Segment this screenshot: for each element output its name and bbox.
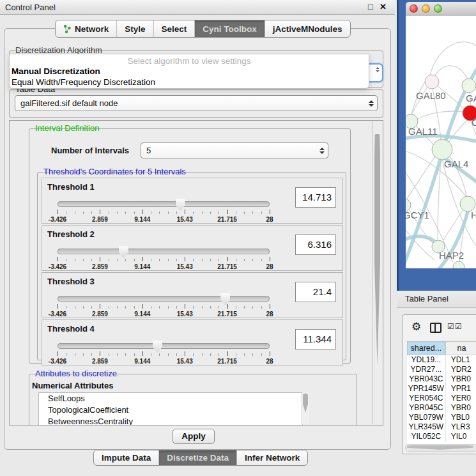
network-node[interactable] — [425, 75, 439, 89]
tick-label: 2.859 — [92, 358, 108, 365]
float-window-icon[interactable]: □ — [368, 2, 373, 12]
network-node-label: HAP2 — [439, 250, 464, 261]
application: Control Panel □ ✕ Network Style Select C… — [0, 0, 476, 476]
minimize-traffic-light[interactable] — [422, 4, 430, 13]
network-node[interactable] — [453, 261, 464, 268]
table-row[interactable]: YBR043CYBR0 — [407, 374, 476, 384]
numerical-attributes-list[interactable]: SelfLoopsTopologicalCoefficientBetweenne… — [38, 392, 303, 426]
threshold-value-field[interactable]: 6.316 — [295, 234, 336, 255]
cell-shared-name[interactable]: YBL079W — [407, 413, 446, 422]
dropdown-option-manual[interactable]: Manual Discretization — [12, 66, 100, 76]
number-of-intervals-combo[interactable]: 5 — [141, 142, 328, 158]
cell-name[interactable]: YDL1 — [446, 355, 476, 365]
tab-impute-data[interactable]: Impute Data — [94, 450, 159, 465]
table-row[interactable]: YPR145WYPR1 — [407, 384, 476, 394]
threshold-slider[interactable]: -3.4262.8599.14415.4321.71528 — [58, 199, 270, 220]
tab-cyni-toolbox[interactable]: Cyni Toolbox — [195, 20, 265, 37]
checkbox-icon[interactable]: ☑ — [455, 322, 462, 331]
threshold-panel: Threshold 1-3.4262.8599.14415.4321.71528… — [42, 178, 343, 224]
tick-label: 21.715 — [217, 216, 237, 223]
cell-name[interactable]: YBR0 — [446, 374, 476, 384]
network-window-titlebar[interactable] — [406, 2, 476, 17]
cell-shared-name[interactable]: YPR145W — [407, 384, 446, 394]
threshold-value-field[interactable]: 21.4 — [295, 282, 336, 302]
cell-name[interactable]: YBR0 — [446, 403, 476, 413]
attribute-item[interactable]: TopologicalCoefficient — [39, 404, 302, 416]
tab-style[interactable]: Style — [117, 20, 153, 37]
table-row[interactable]: YBL079WYBL0 — [407, 413, 476, 422]
table-toolbar: ⚙ ☑ ☑ — [403, 315, 476, 339]
cell-name[interactable]: YER0 — [446, 394, 476, 403]
network-edge[interactable] — [406, 227, 434, 260]
table-row[interactable]: YDR27...YDR2 — [407, 365, 476, 374]
attributes-list-scrollbar[interactable] — [302, 392, 309, 424]
tab-style-label: Style — [125, 24, 145, 34]
attribute-item[interactable]: BetweennessCentrality — [39, 416, 302, 426]
gear-icon[interactable]: ⚙ — [411, 320, 421, 334]
cell-shared-name[interactable]: YER054C — [407, 394, 446, 403]
table-horizontal-scrollbar[interactable] — [405, 444, 476, 452]
dropdown-option-equal-width[interactable]: Equal Width/Frequency Discretization — [12, 77, 155, 87]
network-node[interactable] — [462, 79, 476, 93]
column-header-name[interactable]: na — [445, 341, 476, 355]
tab-network[interactable]: Network — [56, 20, 117, 37]
table-row[interactable]: YIL052CYIL0 — [407, 432, 476, 441]
table-panel-header: Table Panel — [397, 291, 476, 308]
tab-infer-network[interactable]: Infer Network — [237, 450, 307, 465]
tab-network-label: Network — [75, 24, 109, 34]
cell-shared-name[interactable]: YBR045C — [407, 403, 446, 413]
numerical-attributes-label: Numerical Attributes — [32, 381, 113, 390]
table-rows: YDL19...YDL1YDR27...YDR2YBR043CYBR0YPR14… — [407, 355, 476, 441]
tick-label: 15.43 — [177, 216, 193, 223]
column-header-shared-name[interactable]: shared... — [407, 341, 445, 355]
close-icon[interactable]: ✕ — [380, 2, 387, 12]
dropdown-placeholder-item[interactable]: Select algorithm to view settings — [10, 56, 369, 66]
network-node-label: GAL80 — [416, 90, 446, 101]
bottom-tab-bar: Impute Data Discretize Data Infer Networ… — [93, 450, 308, 466]
cell-shared-name[interactable]: YBR043C — [407, 374, 446, 384]
columns-icon[interactable] — [430, 323, 441, 333]
zoom-traffic-light[interactable] — [434, 4, 442, 13]
table-row[interactable]: YBR045CYBR0 — [407, 403, 476, 413]
threshold-slider[interactable]: -3.4262.8599.14415.4321.71528 — [58, 246, 270, 268]
threshold-value-field[interactable]: 11.344 — [295, 329, 336, 349]
cell-name[interactable]: YBL0 — [446, 413, 476, 422]
close-traffic-light[interactable] — [410, 4, 418, 13]
node-table: shared... na YDL19...YDL1YDR27...YDR2YBR… — [407, 341, 476, 445]
network-edge[interactable] — [430, 42, 476, 75]
cell-name[interactable]: YDR2 — [446, 365, 476, 374]
cell-name[interactable]: YIL0 — [446, 432, 476, 441]
tab-infer-network-label: Infer Network — [245, 453, 300, 463]
network-view[interactable]: GAL80GACGAL11GAL4GCY1HHAP2 — [406, 16, 476, 268]
threshold-label: Threshold 4 — [47, 324, 95, 334]
tick-label: 2.859 — [92, 311, 108, 318]
tab-discretize-data[interactable]: Discretize Data — [159, 450, 237, 465]
thresholds-group: Threshold's Coordinates for 5 Intervals … — [37, 172, 346, 360]
table-row[interactable]: YDL19...YDL1 — [407, 355, 476, 365]
attribute-item[interactable]: SelfLoops — [39, 393, 302, 404]
tab-select[interactable]: Select — [154, 20, 196, 37]
network-node[interactable] — [432, 139, 452, 160]
cell-name[interactable]: YPR1 — [446, 384, 476, 394]
cell-shared-name[interactable]: YIL052C — [407, 432, 446, 441]
apply-button[interactable]: Apply — [173, 429, 215, 444]
settings-scrollbar[interactable] — [372, 121, 382, 424]
table-row[interactable]: YLR345WYLR3 — [407, 422, 476, 432]
tab-jactivemnodules[interactable]: jActiveMNodules — [265, 20, 350, 37]
tab-cyni-toolbox-label: Cyni Toolbox — [203, 24, 257, 34]
threshold-value-field[interactable]: 14.713 — [295, 187, 336, 208]
cell-name[interactable]: YLR3 — [446, 422, 476, 432]
table-row[interactable]: YER054CYER0 — [407, 394, 476, 403]
interval-definition-title: Interval Definition — [33, 123, 101, 133]
threshold-slider[interactable]: -3.4262.8599.14415.4321.71528 — [58, 293, 270, 315]
cell-shared-name[interactable]: YLR345W — [407, 422, 446, 432]
threshold-panel: Threshold 3-3.4262.8599.14415.4321.71528… — [42, 272, 343, 318]
tick-label: 2.859 — [92, 216, 108, 223]
cell-shared-name[interactable]: YDR27... — [407, 365, 446, 374]
table-data-combo[interactable]: galFiltered.sif default node — [15, 95, 378, 111]
cell-shared-name[interactable]: YDL19... — [407, 355, 446, 365]
checkbox-icon[interactable]: ☑ — [447, 322, 454, 331]
network-edge[interactable] — [434, 66, 468, 79]
tab-impute-data-label: Impute Data — [102, 453, 151, 463]
threshold-slider[interactable]: -3.4262.8599.14415.4321.71528 — [58, 341, 270, 362]
